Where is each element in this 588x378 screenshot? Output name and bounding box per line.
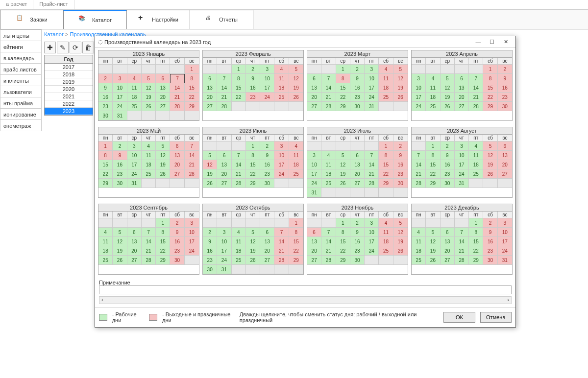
day-cell[interactable]: 3 bbox=[307, 151, 321, 160]
day-cell[interactable]: 31 bbox=[127, 179, 142, 188]
day-cell[interactable]: 9 bbox=[350, 228, 365, 237]
day-cell[interactable]: 21 bbox=[412, 169, 426, 179]
maximize-button[interactable]: ☐ bbox=[485, 37, 499, 47]
day-cell[interactable]: 22 bbox=[336, 246, 350, 256]
day-cell[interactable]: 16 bbox=[203, 246, 217, 256]
day-cell[interactable]: 10 bbox=[274, 151, 289, 160]
day-cell[interactable]: 22 bbox=[469, 246, 483, 256]
day-cell[interactable]: 2 bbox=[393, 142, 408, 151]
day-cell[interactable]: 13 bbox=[127, 237, 142, 246]
day-cell[interactable]: 5 bbox=[142, 74, 156, 83]
day-cell[interactable]: 6 bbox=[498, 142, 512, 151]
day-cell[interactable]: 6 bbox=[156, 74, 170, 83]
day-cell[interactable]: 19 bbox=[426, 246, 440, 256]
cancel-button[interactable]: Отмена bbox=[480, 312, 512, 323]
day-cell[interactable]: 1 bbox=[469, 218, 483, 228]
day-cell[interactable]: 22 bbox=[426, 169, 440, 179]
day-cell[interactable]: 25 bbox=[379, 246, 393, 256]
day-cell[interactable]: 22 bbox=[156, 246, 170, 256]
day-cell[interactable]: 1 bbox=[185, 65, 199, 74]
day-cell[interactable]: 22 bbox=[336, 93, 350, 102]
day-cell[interactable]: 3 bbox=[274, 142, 289, 151]
day-cell[interactable]: 31 bbox=[217, 265, 231, 274]
day-cell[interactable]: 9 bbox=[483, 228, 497, 237]
day-cell[interactable]: 24 bbox=[274, 169, 289, 179]
year-item-2021[interactable]: 2021 bbox=[45, 93, 93, 100]
day-cell[interactable]: 31 bbox=[455, 179, 469, 188]
day-cell[interactable]: 18 bbox=[127, 93, 142, 102]
day-cell[interactable]: 19 bbox=[336, 169, 350, 179]
day-cell[interactable]: 11 bbox=[426, 83, 440, 93]
day-cell[interactable]: 8 bbox=[336, 228, 350, 237]
day-cell[interactable]: 4 bbox=[289, 142, 303, 151]
day-cell[interactable]: 7 bbox=[274, 228, 289, 237]
day-cell[interactable]: 1 bbox=[336, 65, 350, 74]
day-cell[interactable]: 24 bbox=[455, 169, 469, 179]
day-cell[interactable]: 1 bbox=[483, 65, 497, 74]
day-cell[interactable]: 22 bbox=[232, 93, 246, 102]
day-cell[interactable]: 16 bbox=[350, 83, 365, 93]
day-cell[interactable]: 26 bbox=[426, 256, 440, 265]
day-cell[interactable]: 23 bbox=[350, 246, 365, 256]
day-cell[interactable]: 13 bbox=[170, 151, 184, 160]
day-cell[interactable]: 9 bbox=[98, 83, 113, 93]
day-cell[interactable]: 10 bbox=[113, 83, 127, 93]
day-cell[interactable]: 30 bbox=[203, 265, 217, 274]
day-cell[interactable]: 12 bbox=[393, 74, 408, 83]
day-cell[interactable]: 24 bbox=[185, 246, 199, 256]
day-cell[interactable]: 14 bbox=[321, 237, 336, 246]
day-cell[interactable]: 12 bbox=[142, 83, 156, 93]
plus-button[interactable]: ✚ bbox=[44, 42, 56, 53]
day-cell[interactable]: 29 bbox=[246, 179, 260, 188]
main-tab-Каталог[interactable]: 📚 Каталог bbox=[63, 10, 127, 29]
day-cell[interactable]: 3 bbox=[217, 228, 231, 237]
day-cell[interactable]: 5 bbox=[483, 142, 497, 151]
day-cell[interactable]: 23 bbox=[203, 256, 217, 265]
day-cell[interactable]: 12 bbox=[203, 160, 217, 169]
day-cell[interactable]: 30 bbox=[483, 256, 497, 265]
day-cell[interactable]: 11 bbox=[469, 151, 483, 160]
day-cell[interactable]: 14 bbox=[232, 160, 246, 169]
day-cell[interactable]: 7 bbox=[365, 151, 379, 160]
day-cell[interactable]: 27 bbox=[441, 256, 455, 265]
day-cell[interactable]: 29 bbox=[185, 102, 199, 111]
day-cell[interactable]: 15 bbox=[98, 160, 113, 169]
day-cell[interactable]: 7 bbox=[170, 74, 184, 83]
day-cell[interactable]: 2 bbox=[203, 228, 217, 237]
minimize-button[interactable]: — bbox=[471, 37, 485, 47]
day-cell[interactable]: 6 bbox=[127, 228, 142, 237]
day-cell[interactable]: 8 bbox=[483, 74, 497, 83]
day-cell[interactable]: 26 bbox=[246, 256, 260, 265]
nav-item[interactable]: лы и цены bbox=[0, 29, 42, 41]
day-cell[interactable]: 15 bbox=[483, 83, 497, 93]
day-cell[interactable]: 12 bbox=[441, 83, 455, 93]
day-cell[interactable]: 21 bbox=[185, 160, 199, 169]
day-cell[interactable]: 16 bbox=[498, 83, 512, 93]
day-cell[interactable]: 23 bbox=[170, 246, 184, 256]
day-cell[interactable]: 28 bbox=[170, 102, 184, 111]
day-cell[interactable]: 9 bbox=[441, 151, 455, 160]
day-cell[interactable]: 26 bbox=[336, 179, 350, 188]
day-cell[interactable]: 8 bbox=[185, 74, 199, 83]
day-cell[interactable]: 11 bbox=[321, 160, 336, 169]
day-cell[interactable]: 18 bbox=[321, 169, 336, 179]
day-cell[interactable]: 12 bbox=[289, 74, 303, 83]
day-cell[interactable]: 21 bbox=[455, 246, 469, 256]
day-cell[interactable]: 26 bbox=[142, 102, 156, 111]
day-cell[interactable]: 15 bbox=[379, 160, 393, 169]
day-cell[interactable]: 5 bbox=[113, 228, 127, 237]
day-cell[interactable]: 29 bbox=[336, 256, 350, 265]
day-cell[interactable]: 2 bbox=[170, 218, 184, 228]
day-cell[interactable]: 4 bbox=[142, 142, 156, 151]
day-cell[interactable]: 19 bbox=[203, 169, 217, 179]
day-cell[interactable]: 14 bbox=[469, 83, 483, 93]
day-cell[interactable]: 9 bbox=[350, 74, 365, 83]
day-cell[interactable]: 19 bbox=[393, 237, 408, 246]
main-tab-Отчеты[interactable]: 🖨 Отчеты bbox=[190, 10, 253, 29]
day-cell[interactable]: 29 bbox=[289, 256, 303, 265]
day-cell[interactable]: 29 bbox=[98, 179, 113, 188]
day-cell[interactable]: 17 bbox=[307, 169, 321, 179]
day-cell[interactable]: 15 bbox=[246, 160, 260, 169]
day-cell[interactable]: 2 bbox=[113, 142, 127, 151]
day-cell[interactable]: 1 bbox=[336, 218, 350, 228]
